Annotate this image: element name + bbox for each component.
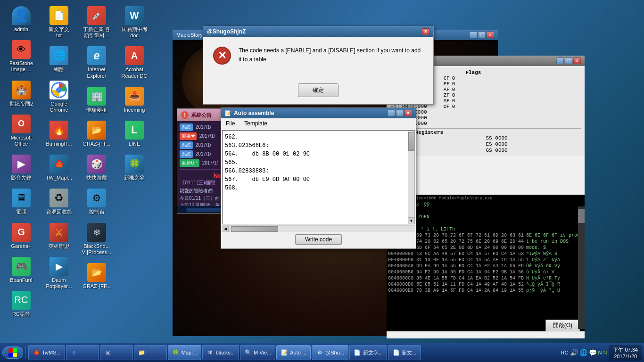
icon-graz2[interactable]: 📂 GRAZ-{FF... bbox=[80, 262, 113, 291]
taskbar-maple-icon: 🍀 bbox=[172, 349, 180, 356]
taskbar-chrome-icon: ◎ bbox=[104, 349, 112, 356]
open-button[interactable]: 開啟(O) bbox=[545, 320, 580, 331]
error-dialog-controls: ✕ bbox=[422, 28, 429, 35]
aa-menu-file[interactable]: File bbox=[223, 119, 237, 128]
aa-vscroll-down[interactable]: ▼ bbox=[408, 217, 414, 224]
aa-minimize-btn[interactable]: _ bbox=[388, 110, 395, 116]
icon-empire[interactable]: 🏰 世紀帝國2 bbox=[5, 79, 38, 108]
icon-graz[interactable]: 📂 GRAZ-{FF... bbox=[80, 119, 113, 148]
icon-network[interactable]: 🌐 網路 bbox=[42, 45, 75, 74]
icon-blacksnow[interactable]: ❄ BlackSno...V [Process... bbox=[80, 222, 113, 257]
taskbar-item-ie[interactable]: e bbox=[66, 345, 99, 360]
mem-maximize[interactable]: □ bbox=[565, 58, 572, 64]
tray-chat-icon[interactable]: 💬 bbox=[589, 349, 597, 356]
icon-beanfun[interactable]: 🎮 BeanFun! bbox=[5, 255, 38, 285]
hex-line-6: 004000050 69 73 20 70 72 6F 67 72 61 6D … bbox=[388, 232, 583, 239]
icon-daum[interactable]: ▶ DaumPotplayer... bbox=[42, 255, 75, 291]
hex-line-7: 004000060 74 20 62 65 20 72 75 6E 20 69 … bbox=[388, 239, 583, 245]
icon-garena[interactable]: G Garena+ bbox=[5, 222, 38, 251]
icon-twmaple[interactable]: 🍁 TW_Mapl... bbox=[42, 153, 75, 182]
hex-line-14: 0040000D0 5E 85 51 1A 11 FD C4 1A 49 AF … bbox=[388, 281, 583, 288]
icon-word[interactable]: W 周易期中考doc bbox=[118, 5, 151, 40]
tray-nvidia-icon[interactable]: N bbox=[603, 350, 607, 355]
tray-rc-icon[interactable]: RC bbox=[561, 350, 569, 355]
aa-hscroll-left[interactable]: ◀ bbox=[222, 226, 229, 232]
game-window-minimize[interactable]: _ bbox=[470, 32, 477, 38]
taskbar-item-newtext1[interactable]: 📄 新文字... bbox=[349, 345, 387, 360]
icon-computer[interactable]: 🖥 電腦 bbox=[5, 187, 38, 216]
tray-n-icon[interactable]: N bbox=[598, 350, 602, 355]
aa-menu-template[interactable]: Template bbox=[242, 119, 270, 128]
icon-text-file[interactable]: 📄 新文字文txt bbox=[42, 5, 75, 40]
icon-admin[interactable]: 👤 admin bbox=[5, 5, 38, 34]
hex-line-9: 004000080 13 9C AA 49 57 FD C4 1A 57 FD … bbox=[388, 251, 583, 257]
taskbar-separator-1 bbox=[25, 346, 26, 359]
taskbar-item-maple[interactable]: 🍀 Mapl... bbox=[168, 345, 201, 360]
icon-hero[interactable]: ⚔ 英雄聯盟 bbox=[42, 222, 75, 251]
icon-faststone[interactable]: 👁 FastStoneImage ... bbox=[5, 39, 38, 74]
aa-vscrollbar[interactable]: ▼ bbox=[408, 131, 414, 224]
flag-af-label: AF bbox=[444, 87, 450, 92]
mem-scrollthumb[interactable] bbox=[578, 209, 585, 223]
icon-office[interactable]: O MicrosoftOffice bbox=[5, 113, 38, 148]
icon-acrobat[interactable]: A AcrobatReader DC bbox=[118, 45, 151, 80]
tray-volume-icon[interactable]: 🔊 bbox=[570, 349, 578, 356]
icon-weisan[interactable]: 🏢 惟瑞菱租 bbox=[80, 85, 113, 115]
icon-newworld[interactable]: 🍀 新楓之谷 bbox=[118, 153, 151, 182]
flag-pf-label: PF bbox=[444, 81, 450, 87]
seg-es: ES 0000 bbox=[486, 141, 581, 147]
tag-update: 更新UP bbox=[180, 159, 199, 167]
taskbar-item-shugo[interactable]: ⚙ @Shu... bbox=[312, 345, 348, 360]
icon-rc[interactable]: RC RC語音 bbox=[5, 289, 38, 319]
taskbar-blacks-icon: ❄ bbox=[206, 349, 214, 356]
error-ok-button[interactable]: 確定 bbox=[298, 83, 339, 97]
start-button[interactable] bbox=[2, 346, 23, 359]
flag-of-label: OF bbox=[444, 104, 450, 109]
error-icon: ✕ bbox=[213, 46, 231, 69]
taskbar-newtext2-icon: 📄 bbox=[392, 349, 400, 356]
taskbar-item-twms[interactable]: 🍁 TwMS... bbox=[28, 345, 65, 360]
icon-media[interactable]: ▶ 影音先鋒 bbox=[5, 153, 38, 182]
taskbar-item-blacks[interactable]: ❄ blacks... bbox=[202, 345, 239, 360]
icon-burning[interactable]: 🔥 BurningR... bbox=[42, 119, 75, 148]
icon-ie[interactable]: e InternetExplorer bbox=[80, 45, 113, 80]
icon-recycle[interactable]: ♻ 資源回收筒 bbox=[42, 187, 75, 216]
tray-network-icon[interactable]: 🌐 bbox=[579, 349, 587, 356]
icon-control[interactable]: ⚙ 控制台 bbox=[80, 187, 113, 216]
taskbar-item-auto[interactable]: 📝 Auto ... bbox=[276, 345, 311, 360]
aa-maximize-btn[interactable]: □ bbox=[396, 110, 404, 116]
system-clock[interactable]: 下午 07:34 2017/1/20 bbox=[609, 345, 642, 361]
tray-icons: RC 🔊 🌐 💬 N N bbox=[561, 349, 607, 356]
aa-vscrollthumb[interactable] bbox=[408, 132, 414, 151]
hex-dump-area: AllocationSize=1000 Module=MapleStory.ex… bbox=[387, 195, 585, 331]
icon-line[interactable]: L LINE bbox=[118, 119, 151, 148]
hex-line-5: 21 54 68 :° î !, LI!Th bbox=[388, 226, 583, 232]
game-window-close[interactable]: ✕ bbox=[487, 32, 494, 38]
hex-line-15: 0040000E0 70 3B A9 1A 5F FD C4 1A 2A 84 … bbox=[388, 288, 583, 294]
taskbar-item-mview[interactable]: 🔍 M Vie... bbox=[240, 345, 275, 360]
game-window-maximize[interactable]: □ bbox=[478, 32, 486, 38]
aa-close-btn[interactable]: ✕ bbox=[405, 110, 412, 116]
write-code-button[interactable]: Write code bbox=[295, 234, 342, 245]
mem-minimize[interactable]: _ bbox=[556, 58, 564, 64]
error-dialog-close[interactable]: ✕ bbox=[422, 28, 429, 35]
mem-scrollbar[interactable] bbox=[578, 206, 585, 329]
error-dialog-title: @ShugoShjnZ bbox=[207, 28, 246, 35]
icon-chrome[interactable]: GoogleChrome bbox=[42, 79, 75, 115]
code-line-4: 565. bbox=[225, 158, 412, 167]
auto-assemble-window: 📝 Auto assemble _ □ ✕ File Template 562.… bbox=[221, 107, 416, 249]
aa-hscrollthumb[interactable] bbox=[231, 226, 278, 232]
taskbar-item-folder[interactable]: 📁 bbox=[134, 345, 167, 360]
icon-game[interactable]: 🎲 快快遊戲 bbox=[80, 153, 113, 182]
taskbar-item-chrome[interactable]: ◎ bbox=[100, 345, 133, 360]
aa-code-area[interactable]: 562. 563.023566E6: 564. db 8B 00 01 02 9… bbox=[222, 130, 415, 224]
mem-close[interactable]: ✕ bbox=[573, 58, 581, 64]
icon-inject[interactable]: 💉 丁新企業-各頭引擎材... bbox=[80, 5, 113, 40]
taskbar-newtext1-label: 新文字... bbox=[363, 349, 383, 356]
aa-hscrollbar[interactable]: ◀ bbox=[222, 225, 415, 232]
icon-incoming[interactable]: 📥 Incoming bbox=[118, 85, 151, 115]
notice-title: 系統公告 bbox=[191, 112, 212, 119]
code-line-6: 567. db E9 0D 00 00 00 bbox=[225, 175, 412, 184]
taskbar-item-newtext2[interactable]: 📄 新文... bbox=[388, 345, 421, 360]
code-line-1: 562. bbox=[225, 133, 412, 141]
